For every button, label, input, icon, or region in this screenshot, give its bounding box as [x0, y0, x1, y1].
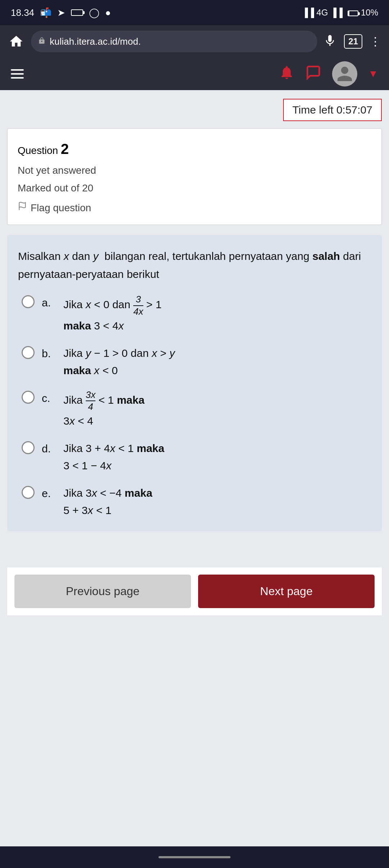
time-display: 18.34	[11, 7, 34, 18]
option-b-label: b.	[42, 345, 56, 363]
avatar[interactable]	[332, 61, 357, 87]
question-status: Not yet answered	[18, 163, 371, 179]
option-a[interactable]: a. Jika x < 0 dan 3 4x > 1 maka 3 < 4x	[22, 294, 371, 334]
navigation-icon: ➤	[57, 7, 65, 18]
home-button[interactable]	[7, 32, 25, 50]
whatsapp-icon: 📬	[40, 7, 52, 18]
app-header: ▼	[0, 58, 389, 90]
signal-icons: ▐▐ 4G ▐▐	[302, 8, 343, 18]
option-c-text: Jika 3x 4 < 1 maka 3x < 4	[63, 389, 144, 430]
option-a-label: a.	[42, 294, 56, 312]
header-icons: ▼	[279, 61, 378, 87]
option-b[interactable]: b. Jika y − 1 > 0 dan x > y maka x < 0	[22, 345, 371, 379]
tab-count[interactable]: 21	[344, 34, 362, 49]
vpn-icon: ◯	[89, 7, 99, 18]
url-text: kuliah.itera.ac.id/mod.	[50, 36, 141, 47]
hamburger-menu[interactable]	[11, 69, 24, 79]
option-e-text: Jika 3x < −4 maka 5 + 3x < 1	[63, 484, 152, 519]
question-number-value: 2	[61, 141, 69, 157]
answer-options: a. Jika x < 0 dan 3 4x > 1 maka 3 < 4x b…	[18, 294, 371, 519]
battery-icon-status	[71, 7, 83, 18]
radio-a[interactable]	[22, 295, 35, 308]
flag-question-label: Flag question	[31, 200, 91, 216]
pagination-bar: Previous page Next page	[7, 567, 382, 615]
lock-icon	[38, 36, 45, 46]
prev-page-button[interactable]: Previous page	[14, 575, 191, 608]
option-c[interactable]: c. Jika 3x 4 < 1 maka 3x < 4	[22, 389, 371, 430]
more-menu-icon[interactable]: ⋮	[370, 35, 382, 48]
radio-c[interactable]	[22, 391, 35, 404]
option-b-text: Jika y − 1 > 0 dan x > y maka x < 0	[63, 345, 175, 379]
status-bar: 18.34 📬 ➤ ◯ ● ▐▐ 4G ▐▐ 10%	[0, 0, 389, 25]
option-e-label: e.	[42, 484, 56, 502]
home-indicator	[158, 856, 231, 858]
microphone-icon[interactable]	[323, 34, 337, 49]
flag-icon	[18, 200, 27, 216]
option-d[interactable]: d. Jika 3 + 4x < 1 maka 3 < 1 − 4x	[22, 440, 371, 474]
question-info-card: Question 2 Not yet answered Marked out o…	[7, 128, 382, 225]
battery-percent: 10%	[348, 8, 378, 18]
question-marks: Marked out of 20	[18, 180, 371, 196]
dropdown-arrow-icon[interactable]: ▼	[368, 68, 378, 80]
option-d-text: Jika 3 + 4x < 1 maka 3 < 1 − 4x	[63, 440, 164, 474]
browser-actions: 21 ⋮	[323, 34, 382, 49]
dot-icon: ●	[105, 7, 111, 18]
radio-d[interactable]	[22, 441, 35, 454]
option-a-text: Jika x < 0 dan 3 4x > 1 maka 3 < 4x	[63, 294, 162, 334]
browser-bar: kuliah.itera.ac.id/mod. 21 ⋮	[0, 25, 389, 58]
question-number: Question 2	[18, 137, 371, 160]
bottom-bar	[0, 846, 389, 868]
url-bar[interactable]: kuliah.itera.ac.id/mod.	[31, 31, 317, 52]
radio-e[interactable]	[22, 486, 35, 499]
radio-b[interactable]	[22, 346, 35, 359]
chat-icon[interactable]	[305, 65, 321, 84]
question-text: Misalkan x dan y bilangan real, tertukan…	[18, 247, 371, 283]
timer-bar: Time left 0:57:07	[7, 99, 382, 121]
timer-display: Time left 0:57:07	[283, 99, 382, 121]
option-e[interactable]: e. Jika 3x < −4 maka 5 + 3x < 1	[22, 484, 371, 519]
question-body-card: Misalkan x dan y bilangan real, tertukan…	[7, 235, 382, 531]
next-page-button[interactable]: Next page	[198, 575, 375, 608]
flag-question-btn[interactable]: Flag question	[18, 200, 371, 216]
main-content: Time left 0:57:07 Question 2 Not yet ans…	[0, 90, 389, 868]
option-c-label: c.	[42, 389, 56, 407]
option-d-label: d.	[42, 440, 56, 458]
bell-icon[interactable]	[279, 65, 295, 84]
